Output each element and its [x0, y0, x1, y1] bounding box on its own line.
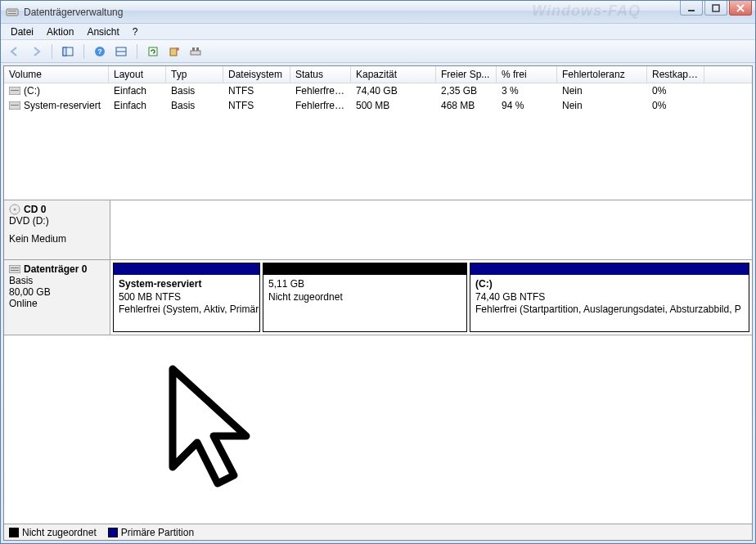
col-pct[interactable]: % frei — [497, 66, 557, 83]
svg-rect-6 — [63, 47, 66, 56]
help-button[interactable]: ? — [91, 43, 109, 61]
volume-row[interactable]: System-reserviertEinfachBasisNTFSFehlerf… — [4, 98, 752, 113]
svg-rect-18 — [11, 90, 19, 91]
vol-layout: Einfach — [109, 98, 166, 113]
window-controls — [678, 1, 752, 16]
svg-rect-25 — [11, 270, 19, 271]
partition-body: (C:)74,40 GB NTFSFehlerfrei (Startpartit… — [470, 275, 749, 320]
vol-free: 468 MB — [436, 98, 497, 113]
partition-unallocated[interactable]: 5,11 GBNicht zugeordnet — [263, 263, 467, 332]
vol-pct: 94 % — [497, 98, 557, 113]
partition-body: 5,11 GBNicht zugeordnet — [263, 275, 466, 307]
drive-icon — [9, 101, 20, 110]
col-volume[interactable]: Volume — [4, 66, 109, 83]
vol-fault: Nein — [557, 83, 647, 98]
back-arrow-icon — [9, 46, 20, 57]
volume-list-pane[interactable]: Volume Layout Typ Dateisystem Status Kap… — [4, 66, 752, 200]
svg-rect-12 — [170, 48, 177, 56]
menu-action[interactable]: Aktion — [40, 25, 80, 39]
svg-point-13 — [176, 47, 179, 51]
menu-file[interactable]: Datei — [4, 25, 40, 39]
partition-header — [263, 263, 466, 275]
forward-button[interactable] — [27, 43, 45, 61]
vol-type: Basis — [166, 83, 223, 98]
content-area: Volume Layout Typ Dateisystem Status Kap… — [3, 65, 753, 541]
col-type[interactable]: Typ — [166, 66, 223, 83]
vol-fs: NTFS — [223, 98, 290, 113]
vol-fault: Nein — [557, 98, 647, 113]
disk0-size: 80,00 GB — [9, 286, 105, 298]
swatch-unallocated-icon — [9, 528, 19, 537]
vol-rest: 0% — [647, 98, 704, 113]
pane-icon — [62, 46, 74, 57]
menu-view[interactable]: Ansicht — [80, 25, 125, 39]
svg-rect-11 — [149, 47, 157, 56]
disk0-info: Datenträger 0 Basis 80,00 GB Online — [4, 260, 110, 335]
vol-name: System-reserviert — [4, 98, 109, 113]
svg-rect-20 — [11, 105, 19, 106]
menu-help[interactable]: ? — [126, 25, 145, 39]
volume-row[interactable]: (C:)EinfachBasisNTFSFehlerfrei (...74,40… — [4, 83, 752, 98]
toolbar-separator — [137, 44, 137, 59]
window-title: Datenträgerverwaltung — [24, 7, 123, 18]
show-hide-console-button[interactable] — [59, 43, 77, 61]
partition-header — [114, 263, 259, 275]
disk0-row[interactable]: Datenträger 0 Basis 80,00 GB Online Syst… — [4, 260, 752, 335]
app-icon — [6, 6, 19, 19]
maximize-button[interactable] — [704, 1, 727, 16]
volume-header-row: Volume Layout Typ Dateisystem Status Kap… — [4, 66, 752, 83]
col-fault[interactable]: Fehlertoleranz — [557, 66, 647, 83]
close-button[interactable] — [729, 1, 752, 16]
svg-rect-2 — [8, 13, 16, 14]
col-rest[interactable]: Restkapazi... — [647, 66, 704, 83]
vol-type: Basis — [166, 98, 223, 113]
col-free[interactable]: Freier Sp... — [436, 66, 497, 83]
toolbar-separator — [83, 44, 84, 59]
minimize-icon — [687, 4, 695, 12]
cd-icon — [9, 204, 20, 215]
svg-rect-15 — [192, 47, 195, 51]
cd0-row[interactable]: CD 0 DVD (D:) Kein Medium — [4, 200, 752, 260]
minimize-button[interactable] — [680, 1, 703, 16]
cd0-drive: DVD (D:) — [9, 215, 105, 227]
vol-layout: Einfach — [109, 83, 166, 98]
vol-name: (C:) — [4, 83, 109, 98]
disk0-partitions: System-reserviert500 MB NTFSFehlerfrei (… — [110, 260, 752, 335]
settings-icon — [190, 46, 201, 57]
col-status[interactable]: Status — [290, 66, 351, 83]
maximize-icon — [712, 4, 720, 12]
toolbar-separator — [52, 44, 52, 59]
watermark-text: Windows-FAQ — [532, 2, 641, 20]
svg-point-22 — [14, 209, 16, 211]
back-button[interactable] — [6, 43, 24, 61]
refresh-button[interactable] — [144, 43, 162, 61]
settings-button[interactable] — [187, 43, 205, 61]
partition-primary[interactable]: (C:)74,40 GB NTFSFehlerfrei (Startpartit… — [470, 263, 749, 332]
cd0-name: CD 0 — [24, 204, 46, 215]
legend-primary: Primäre Partition — [108, 527, 194, 538]
pane2-button[interactable] — [112, 43, 130, 61]
action-button[interactable] — [165, 43, 183, 61]
toolbar: ? — [1, 40, 755, 63]
cd0-info: CD 0 DVD (D:) Kein Medium — [4, 200, 110, 259]
col-fs[interactable]: Dateisystem — [223, 66, 290, 83]
partition-header — [470, 263, 749, 275]
disk-management-window: Datenträgerverwaltung Windows-FAQ Datei … — [0, 0, 756, 544]
svg-text:?: ? — [97, 47, 102, 56]
swatch-primary-icon — [108, 528, 118, 537]
svg-rect-23 — [9, 265, 20, 273]
disk-graphical-pane[interactable]: CD 0 DVD (D:) Kein Medium Datenträger 0 … — [4, 200, 752, 524]
partition-body: System-reserviert500 MB NTFSFehlerfrei (… — [114, 275, 259, 320]
vol-fs: NTFS — [223, 83, 290, 98]
forward-arrow-icon — [30, 46, 42, 57]
col-layout[interactable]: Layout — [109, 66, 166, 83]
svg-rect-14 — [191, 51, 200, 55]
partition-primary[interactable]: System-reserviert500 MB NTFSFehlerfrei (… — [113, 263, 260, 332]
cd0-parts — [110, 200, 752, 259]
vol-capacity: 74,40 GB — [351, 83, 436, 98]
action-icon — [169, 46, 180, 57]
help-icon: ? — [94, 46, 106, 57]
col-capacity[interactable]: Kapazität — [351, 66, 436, 83]
cd0-status: Kein Medium — [9, 233, 105, 245]
disk0-name: Datenträger 0 — [24, 263, 87, 275]
